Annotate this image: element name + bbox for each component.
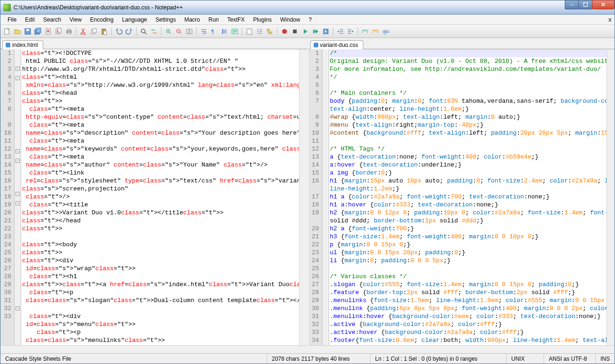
replace-icon[interactable] [149,27,159,36]
tab-variant-duo-css[interactable]: variant-duo.css [310,40,363,49]
right-tabstrip: variant-duo.css [308,38,615,49]
user-lang-icon[interactable] [230,27,239,36]
line-number-gutter: 1234567 8910111213141516 171819 20212223… [308,49,323,345]
cut-icon[interactable] [79,27,88,36]
right-pane: variant-duo.css 1234567 8910111213141516… [308,38,615,353]
svg-rect-15 [93,29,96,33]
tab-label: variant-duo.css [320,42,358,48]
outdent-icon[interactable] [336,27,345,36]
toolbar-separator [136,27,137,36]
toolbar-separator [196,27,197,36]
svg-rect-27 [247,29,252,30]
zoom-out-icon[interactable] [174,27,184,36]
svg-rect-11 [68,32,70,34]
svg-rect-31 [293,30,297,33]
menubar-close-icon[interactable]: x [608,16,612,23]
svg-text:¶: ¶ [211,29,214,34]
maximize-button[interactable]: ☐ [578,0,592,9]
code-content[interactable]: /*Original design: Variant Duo (v1.0 - O… [329,49,607,345]
menu-macro[interactable]: Macro [180,15,204,24]
horizontal-scrollbar[interactable] [0,345,307,353]
window-title: C:\Users\Andreas\Desktop\variant-duo\var… [14,4,565,11]
code-content[interactable]: class="t"><!DOCTYPE html PUBLIC class="s… [21,49,299,345]
close-all-icon[interactable] [54,27,63,36]
indent-icon[interactable] [346,27,355,36]
redo-icon[interactable] [124,27,134,36]
status-filetype: Cascade Style Sheets File [0,354,267,364]
menu-encoding[interactable]: Encoding [86,15,118,24]
app-icon [3,4,11,11]
stop-macro-icon[interactable] [290,27,300,36]
status-insert-mode: INS [596,354,615,364]
new-file-icon[interactable] [2,27,12,36]
close-button[interactable]: ✕ [592,0,615,9]
save-all-icon[interactable] [33,27,43,36]
spellcheck-icon[interactable]: abc [381,27,391,36]
file-icon [6,43,10,47]
menu-edit[interactable]: Edit [21,15,39,24]
open-file-icon[interactable] [13,27,22,36]
menu-window[interactable]: Window [276,15,305,24]
menu-search[interactable]: Search [39,15,65,24]
minimize-button[interactable]: ─ [565,0,579,9]
sync-scroll-icon[interactable] [184,27,194,36]
folder-tree-icon[interactable] [265,27,275,36]
func-list-icon[interactable] [255,27,264,36]
menu-run[interactable]: Run [204,15,223,24]
line-number-gutter: 12345678 9101112131415161718192021222324… [0,49,15,345]
show-all-chars-icon[interactable]: ¶ [209,27,219,36]
play-multi-icon[interactable] [311,27,320,36]
svg-rect-23 [190,29,192,34]
toolbar-separator [242,27,242,36]
svg-rect-10 [68,29,70,30]
menu-bar: File Edit Search View Encoding Language … [0,15,615,25]
svg-rect-5 [36,28,41,33]
toolbar: ¶ /**/ /**/ abc [0,25,615,38]
undo-icon[interactable] [114,27,123,36]
svg-rect-29 [269,32,272,34]
toolbar-separator [333,27,333,36]
status-bar: Cascade Style Sheets File 2078 chars 211… [0,353,615,364]
uncomment-icon[interactable]: /**/ [371,27,380,36]
indent-guide-icon[interactable] [220,27,229,36]
close-file-icon[interactable] [44,27,53,36]
find-icon[interactable] [139,27,148,36]
comment-icon[interactable]: /**/ [361,27,370,36]
record-macro-icon[interactable] [280,27,289,36]
menu-file[interactable]: File [3,15,21,24]
menu-settings[interactable]: Settings [151,15,180,24]
right-editor[interactable]: 1234567 8910111213141516 171819 20212223… [308,49,615,345]
status-encoding: ANSI as UTF-8 [544,354,596,364]
svg-rect-8 [57,28,61,33]
svg-rect-3 [26,29,29,31]
vertical-scrollbar[interactable] [299,49,307,345]
svg-rect-28 [267,29,269,31]
print-icon[interactable] [64,27,74,36]
fold-column[interactable] [323,49,329,345]
svg-rect-18 [104,31,107,35]
copy-icon[interactable] [89,27,99,36]
doc-map-icon[interactable] [245,27,254,36]
save-icon[interactable] [23,27,32,36]
vertical-scrollbar[interactable] [607,49,615,345]
save-macro-icon[interactable] [321,27,331,36]
svg-point-19 [141,29,145,33]
menu-language[interactable]: Language [118,15,151,24]
menu-textfx[interactable]: TextFX [223,15,249,24]
wordwrap-icon[interactable] [199,27,208,36]
svg-rect-17 [103,29,105,30]
paste-icon[interactable] [100,27,109,36]
left-editor[interactable]: 12345678 9101112131415161718192021222324… [0,49,307,345]
tab-index-html[interactable]: index.html [2,40,43,49]
menu-help[interactable]: ? [304,15,316,24]
tab-label: index.html [12,42,38,48]
svg-point-30 [282,29,287,34]
zoom-in-icon[interactable] [164,27,173,36]
title-bar[interactable]: C:\Users\Andreas\Desktop\variant-duo\var… [0,0,615,15]
menu-plugins[interactable]: Plugins [249,15,276,24]
menu-view[interactable]: View [65,15,86,24]
fold-column[interactable]: ------- [15,49,21,345]
window-controls: ─ ☐ ✕ [565,0,615,9]
play-macro-icon[interactable] [300,27,310,36]
horizontal-scrollbar[interactable] [308,345,615,353]
